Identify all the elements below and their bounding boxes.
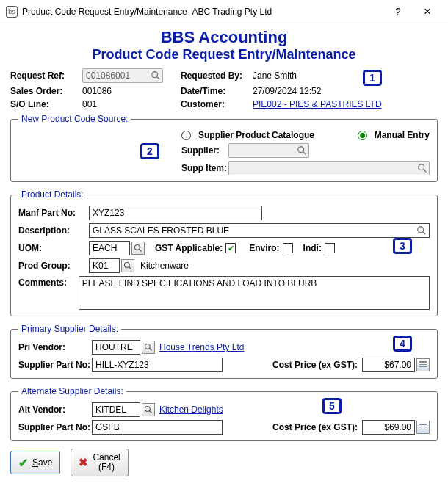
svg-point-10: [125, 263, 130, 268]
svg-point-14: [145, 407, 151, 412]
search-icon[interactable]: [417, 163, 427, 173]
check-icon: ✔: [18, 456, 28, 470]
sales-order-value: 001086: [82, 86, 163, 96]
desc-label: Description:: [18, 225, 89, 236]
alternate-legend: Alternate Supplier Details:: [18, 386, 126, 396]
pri-cost-label: Cost Price (ex GST):: [272, 360, 358, 370]
product-legend: Product Details:: [18, 189, 87, 200]
pri-vendor-lookup-button[interactable]: [142, 341, 155, 354]
pri-vendor-label: Pri Vendor:: [18, 342, 92, 352]
svg-point-6: [418, 227, 424, 233]
prodgroup-input[interactable]: [89, 258, 120, 273]
svg-line-13: [150, 349, 152, 351]
uom-input[interactable]: [89, 241, 130, 255]
request-ref-label: Request Ref:: [10, 70, 82, 81]
svg-point-0: [152, 72, 158, 78]
callout-4: 4: [393, 336, 412, 352]
supplier-field[interactable]: [228, 143, 309, 158]
primary-legend: Primary Supplier Details:: [18, 324, 121, 334]
uom-label: UOM:: [18, 243, 89, 253]
comments-input[interactable]: [79, 276, 430, 310]
indi-label: Indi:: [303, 243, 322, 253]
pri-part-input[interactable]: [92, 358, 223, 372]
callout-2: 2: [140, 143, 159, 159]
cancel-hint: (F4): [98, 463, 115, 472]
manf-input[interactable]: [89, 206, 262, 220]
window-title: Product Code Request Entry/Maintenance- …: [22, 7, 272, 17]
enviro-checkbox[interactable]: [283, 243, 293, 253]
callout-3: 3: [393, 238, 412, 254]
supplier-label: Supplier:: [181, 145, 228, 156]
supp-item-field[interactable]: [228, 161, 430, 175]
calculator-icon[interactable]: [416, 421, 430, 434]
customer-label: Customer:: [181, 99, 253, 109]
svg-line-9: [140, 250, 142, 252]
desc-input[interactable]: [89, 223, 430, 238]
title-bar: bs Product Code Request Entry/Maintenanc…: [0, 0, 448, 23]
svg-point-12: [145, 344, 151, 349]
requested-by-label: Requested By:: [181, 70, 253, 81]
so-line-label: S/O Line:: [10, 99, 82, 109]
search-icon[interactable]: [416, 225, 427, 236]
pri-part-label: Supplier Part No:: [18, 360, 92, 370]
datetime-value: 27/09/2024 12:52: [253, 86, 321, 96]
supp-item-label: Supp Item:: [181, 163, 228, 173]
requested-by-value: Jane Smith: [253, 70, 297, 81]
radio-supplier-catalogue-label: Supplier Product Catalogue: [198, 130, 314, 140]
alt-vendor-lookup-button[interactable]: [142, 403, 155, 416]
alt-vendor-link[interactable]: Kitchen Delights: [159, 405, 223, 415]
uom-lookup-button[interactable]: [131, 242, 145, 255]
so-line-value: 001: [82, 99, 163, 109]
comments-label: Comments:: [18, 276, 79, 288]
callout-5: 5: [322, 398, 342, 414]
svg-point-8: [135, 245, 140, 250]
calculator-icon[interactable]: [416, 358, 430, 371]
alt-cost-label: Cost Price (ex GST):: [272, 422, 358, 432]
svg-point-2: [298, 147, 304, 153]
cancel-button[interactable]: ✖ Cancel (F4): [71, 449, 128, 476]
save-button[interactable]: ✔ Save: [10, 451, 60, 474]
radio-supplier-catalogue[interactable]: [181, 131, 191, 140]
svg-line-5: [424, 170, 427, 173]
svg-line-3: [303, 152, 306, 155]
enviro-label: Enviro:: [249, 243, 279, 253]
alt-part-label: Supplier Part No:: [18, 422, 92, 432]
customer-link[interactable]: PIE002 - PIES & PASTRIES LTD: [253, 99, 382, 109]
gst-checkbox[interactable]: ✔: [225, 243, 236, 253]
pri-cost-input[interactable]: [362, 358, 415, 372]
screen-heading: Product Code Request Entry/Maintenance: [10, 47, 438, 62]
app-heading: BBS Accounting: [10, 28, 438, 47]
datetime-label: Date/Time:: [181, 86, 253, 96]
prodgroup-label: Prod Group:: [18, 261, 89, 271]
source-group: New Product Code Source: 2 Supplier Prod…: [10, 114, 438, 182]
alt-cost-input[interactable]: [362, 420, 415, 435]
primary-supplier-group: Primary Supplier Details: 4 Pri Vendor: …: [10, 324, 438, 379]
search-icon[interactable]: [151, 70, 161, 81]
product-group: Product Details: 3 Manf Part No: Descrip…: [10, 189, 438, 316]
manf-label: Manf Part No:: [18, 208, 89, 218]
svg-line-7: [423, 232, 426, 235]
help-button[interactable]: ?: [383, 1, 413, 22]
indi-checkbox[interactable]: [325, 243, 335, 253]
alt-part-input[interactable]: [92, 420, 223, 435]
gst-label: GST Applicable:: [155, 243, 223, 253]
close-button[interactable]: ×: [413, 1, 442, 22]
pri-vendor-input[interactable]: [92, 340, 140, 355]
app-icon: bs: [6, 6, 18, 18]
svg-line-1: [157, 77, 160, 80]
search-icon[interactable]: [297, 145, 307, 156]
callout-1: 1: [363, 70, 382, 86]
alt-vendor-input[interactable]: [92, 402, 140, 417]
request-ref-field[interactable]: 001086001: [82, 68, 163, 83]
radio-manual-entry[interactable]: [358, 131, 367, 140]
svg-line-15: [150, 411, 152, 413]
svg-line-11: [129, 267, 131, 269]
source-legend: New Product Code Source:: [18, 114, 131, 124]
alternate-supplier-group: Alternate Supplier Details: 5 Alt Vendor…: [10, 386, 438, 441]
alt-vendor-label: Alt Vendor:: [18, 405, 92, 415]
pri-vendor-link[interactable]: House Trends Pty Ltd: [159, 342, 244, 352]
button-bar: ✔ Save ✖ Cancel (F4): [10, 449, 438, 476]
prodgroup-desc: Kitchenware: [140, 261, 189, 271]
sales-order-label: Sales Order:: [10, 86, 82, 96]
prodgroup-lookup-button[interactable]: [121, 259, 134, 272]
